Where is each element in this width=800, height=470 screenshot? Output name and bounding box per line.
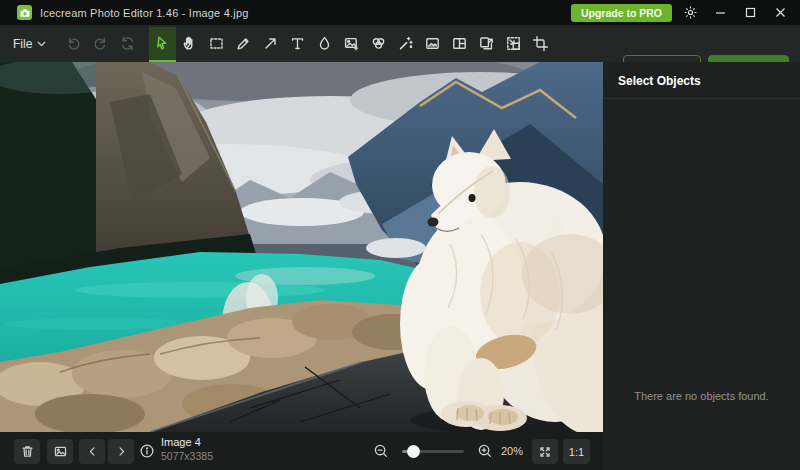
color-adjust-icon[interactable]: [365, 27, 392, 60]
image-info: Image 4 5077x3385: [161, 436, 213, 462]
crop-tool-icon[interactable]: [527, 27, 554, 60]
canvas-photo[interactable]: [0, 62, 603, 432]
magic-wand-icon[interactable]: [392, 27, 419, 60]
panel-empty-message: There are no objects found.: [603, 390, 800, 402]
pencil-tool-icon[interactable]: [230, 27, 257, 60]
text-tool-icon[interactable]: [284, 27, 311, 60]
chevron-left-icon: [86, 445, 99, 458]
image-icon: [53, 444, 68, 459]
trash-icon: [20, 444, 35, 459]
file-menu[interactable]: File: [13, 37, 46, 51]
window-title: Icecream Photo Editor 1.46 - Image 4.jpg: [40, 7, 249, 19]
resize-icon[interactable]: [500, 27, 527, 60]
hand-tool-icon[interactable]: [176, 27, 203, 60]
minimize-button[interactable]: [708, 3, 732, 23]
chevron-down-icon: [37, 41, 46, 47]
expand-icon: [538, 445, 552, 459]
zoom-level: 20%: [501, 445, 523, 457]
file-menu-label: File: [13, 37, 32, 51]
previous-image-button[interactable]: [79, 439, 105, 464]
photo-editor-window: Icecream Photo Editor 1.46 - Image 4.jpg…: [0, 0, 800, 470]
app-logo-icon: [17, 5, 32, 20]
upgrade-to-pro-button[interactable]: Upgrade to PRO: [571, 4, 672, 22]
zoom-slider-thumb[interactable]: [407, 445, 420, 458]
fit-screen-button[interactable]: [532, 439, 558, 464]
status-bar: Image 4 5077x3385 20% 1:1: [0, 432, 603, 470]
info-icon: [139, 443, 155, 459]
title-bar: Icecream Photo Editor 1.46 - Image 4.jpg…: [0, 0, 800, 25]
close-button[interactable]: [768, 3, 792, 23]
zoom-slider[interactable]: [402, 450, 464, 453]
select-tool-icon[interactable]: [149, 27, 176, 62]
zoom-out-icon[interactable]: [373, 443, 389, 459]
zoom-in-icon[interactable]: [477, 443, 493, 459]
arrow-tool-icon[interactable]: [257, 27, 284, 60]
collage-layout-icon[interactable]: [446, 27, 473, 60]
chevron-right-icon: [115, 445, 128, 458]
undo-icon[interactable]: [60, 27, 87, 60]
next-image-button[interactable]: [108, 439, 134, 464]
panel-title: Select Objects: [603, 62, 800, 99]
select-objects-panel: Select Objects There are no objects foun…: [603, 62, 800, 470]
image-name: Image 4: [161, 436, 213, 448]
delete-image-button[interactable]: [14, 439, 40, 464]
maximize-button[interactable]: [738, 3, 762, 23]
image-dimensions: 5077x3385: [161, 450, 213, 462]
actual-size-button[interactable]: 1:1: [563, 439, 590, 464]
duplicate-icon[interactable]: [473, 27, 500, 60]
redo-icon[interactable]: [87, 27, 114, 60]
toolbar: File: [0, 25, 800, 62]
add-image-icon[interactable]: [338, 27, 365, 60]
frame-tool-icon[interactable]: [419, 27, 446, 60]
blur-drop-icon[interactable]: [311, 27, 338, 60]
settings-gear-icon[interactable]: [678, 3, 702, 23]
reset-icon[interactable]: [114, 27, 141, 60]
gallery-button[interactable]: [47, 439, 73, 464]
marquee-selection-icon[interactable]: [203, 27, 230, 60]
